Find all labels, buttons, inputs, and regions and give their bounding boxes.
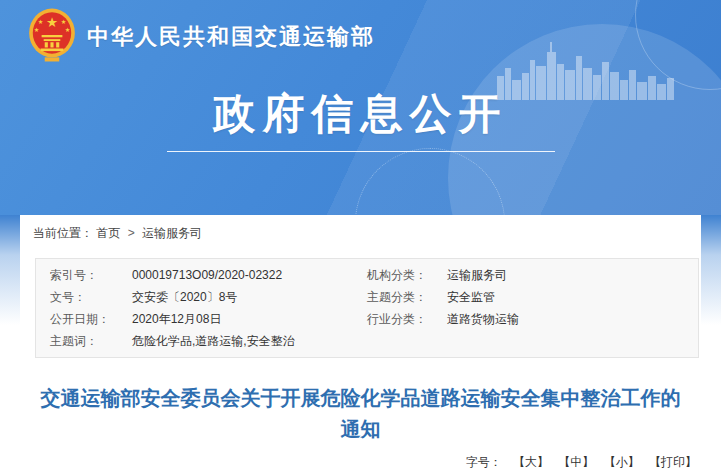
svg-text:★: ★ [46,15,58,30]
font-size-large-button[interactable]: 【大】 [513,455,549,469]
page-title: 政府信息公开 [0,86,721,142]
meta-value-keywords: 危险化学品,道路运输,安全整治 [132,330,367,352]
table-row: 主题词： 危险化学品,道路运输,安全整治 [36,330,698,352]
title-underline [167,151,555,152]
svg-text:★: ★ [38,18,44,25]
meta-label-topic-category: 主题分类： [367,286,447,308]
meta-value-doc-no: 交安委〔2020〕8号 [132,286,367,308]
meta-label-empty [367,330,447,352]
content-panel: 当前位置： 首页 > 运输服务司 索引号： 000019713O09/2020-… [20,215,701,474]
meta-value-empty [447,330,698,352]
meta-value-publish-date: 2020年12月08日 [132,308,367,330]
svg-text:★: ★ [61,18,67,25]
meta-label-index-no: 索引号： [36,264,132,286]
font-size-small-button[interactable]: 【小】 [604,455,640,469]
breadcrumb-label: 当前位置： [33,226,93,240]
meta-value-industry-category: 道路货物运输 [447,308,698,330]
print-button[interactable]: 【打印】 [649,455,697,469]
breadcrumb: 当前位置： 首页 > 运输服务司 [20,215,701,249]
meta-label-keywords: 主题词： [36,330,132,352]
meta-label-industry-category: 行业分类： [367,308,447,330]
font-size-medium-button[interactable]: 【中】 [558,455,594,469]
breadcrumb-current-link[interactable]: 运输服务司 [142,226,202,240]
top-banner: ★ ★ ★ ★ ★ 中华人民共和国交通运输部 政府信息公开 [0,0,721,215]
document-metadata-table: 索引号： 000019713O09/2020-02322 机构分类： 运输服务司… [35,258,699,358]
meta-value-index-no: 000019713O09/2020-02322 [132,264,367,286]
national-emblem-icon: ★ ★ ★ ★ ★ [28,8,76,66]
svg-text:★: ★ [34,26,40,33]
svg-text:★: ★ [65,26,71,33]
ministry-name: 中华人民共和国交通运输部 [87,22,375,52]
document-title: 交通运输部安全委员会关于开展危险化学品道路运输安全集中整治工作的通知 [34,383,687,445]
breadcrumb-home-link[interactable]: 首页 [96,226,120,240]
meta-value-topic-category: 安全监管 [447,286,698,308]
font-size-label: 字号： [466,455,502,469]
table-row: 公开日期： 2020年12月08日 行业分类： 道路货物运输 [36,308,698,330]
meta-value-org-category: 运输服务司 [447,264,698,286]
table-row: 索引号： 000019713O09/2020-02322 机构分类： 运输服务司 [36,264,698,286]
meta-label-doc-no: 文号： [36,286,132,308]
table-row: 文号： 交安委〔2020〕8号 主题分类： 安全监管 [36,286,698,308]
meta-label-publish-date: 公开日期： [36,308,132,330]
site-logo[interactable]: ★ ★ ★ ★ ★ 中华人民共和国交通运输部 [28,8,375,66]
breadcrumb-separator: > [128,226,135,240]
font-size-toolbar: 字号： 【大】 【中】 【小】 【打印】 [20,454,697,471]
meta-label-org-category: 机构分类： [367,264,447,286]
